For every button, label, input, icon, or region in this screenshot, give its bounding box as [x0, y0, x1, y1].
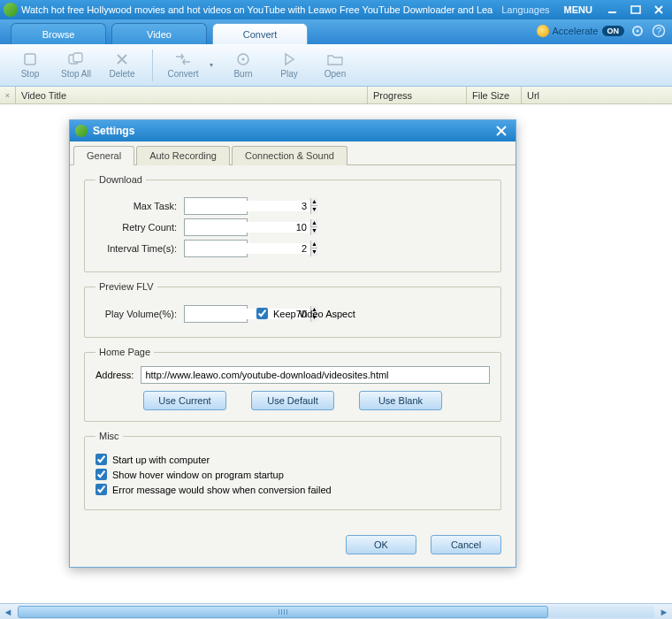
- app-icon: [4, 3, 18, 17]
- interval-label: Interval Time(s):: [95, 243, 177, 254]
- col-progress[interactable]: Progress: [368, 87, 467, 103]
- use-blank-button[interactable]: Use Blank: [359, 391, 442, 410]
- spin-down-icon[interactable]: ▼: [310, 227, 317, 235]
- content-area: Settings General Auto Recording Connecti…: [0, 104, 672, 603]
- scroll-thumb[interactable]: [18, 606, 548, 618]
- spin-up-icon[interactable]: ▲: [310, 241, 317, 248]
- burn-button[interactable]: Burn: [222, 46, 264, 85]
- dialog-footer: OK Cancel: [70, 528, 515, 567]
- col-url[interactable]: Url: [522, 87, 672, 103]
- volume-label: Play Volume(%):: [95, 309, 177, 319]
- max-task-spinner[interactable]: ▲▼: [184, 197, 248, 215]
- address-label: Address:: [95, 370, 134, 380]
- dialog-tabs: General Auto Recording Connection & Soun…: [70, 141, 515, 165]
- close-button[interactable]: [649, 3, 668, 17]
- startup-input[interactable]: [95, 454, 107, 465]
- spin-down-icon[interactable]: ▼: [310, 248, 317, 256]
- tab-browse[interactable]: Browse: [11, 23, 106, 44]
- scroll-right-icon[interactable]: ►: [656, 605, 672, 619]
- gear-icon[interactable]: [630, 23, 645, 39]
- col-star[interactable]: ×: [0, 87, 16, 103]
- download-group: Download Max Task: ▲▼ Retry Count: ▲▼ In…: [84, 174, 501, 272]
- stop-button[interactable]: Stop: [9, 46, 51, 85]
- tab-connection-sound[interactable]: Connection & Sound: [232, 146, 347, 165]
- settings-dialog: Settings General Auto Recording Connecti…: [69, 119, 516, 568]
- convert-dropdown[interactable]: ▾: [210, 61, 218, 69]
- titlebar: Watch hot free Hollywood movies and hot …: [0, 0, 672, 19]
- tab-general[interactable]: General: [73, 146, 134, 165]
- keep-aspect-input[interactable]: [256, 308, 268, 319]
- ok-button[interactable]: OK: [346, 535, 416, 554]
- retry-input[interactable]: [185, 222, 310, 233]
- hover-input[interactable]: [95, 469, 107, 480]
- column-headers: × Video Title Progress File Size Url: [0, 87, 672, 104]
- keep-aspect-checkbox[interactable]: Keep Video Aspect: [256, 308, 355, 319]
- error-input[interactable]: [95, 484, 107, 495]
- retry-label: Retry Count:: [95, 222, 177, 233]
- svg-rect-10: [73, 53, 82, 62]
- svg-rect-8: [25, 54, 35, 65]
- col-title[interactable]: Video Title: [16, 87, 368, 103]
- convert-button[interactable]: Convert: [158, 46, 208, 85]
- svg-text:?: ?: [656, 26, 661, 36]
- play-button[interactable]: Play: [268, 46, 310, 85]
- scroll-track[interactable]: [18, 606, 654, 618]
- maximize-button[interactable]: [626, 3, 645, 17]
- convert-icon: [174, 51, 192, 67]
- dialog-titlebar[interactable]: Settings: [70, 120, 515, 141]
- toolbar: Stop Stop All Delete Convert ▾ Burn Play…: [0, 44, 672, 87]
- burn-icon: [234, 51, 252, 67]
- misc-legend: Misc: [95, 431, 123, 441]
- use-current-button[interactable]: Use Current: [143, 391, 226, 410]
- accelerate-label: Accelerate: [553, 26, 599, 36]
- hover-checkbox[interactable]: Show hover window on program startup: [95, 469, 490, 480]
- minimize-button[interactable]: [603, 3, 622, 17]
- error-checkbox[interactable]: Error message would show when conversion…: [95, 484, 490, 495]
- volume-spinner[interactable]: ▲▼: [184, 305, 248, 323]
- startup-label: Start up with computer: [112, 455, 210, 465]
- homepage-legend: Home Page: [95, 347, 154, 357]
- tab-convert[interactable]: Convert: [212, 23, 308, 44]
- interval-spinner[interactable]: ▲▼: [184, 240, 248, 257]
- stop-all-button[interactable]: Stop All: [55, 46, 97, 85]
- delete-button[interactable]: Delete: [101, 46, 143, 85]
- spin-down-icon[interactable]: ▼: [310, 206, 317, 214]
- open-button[interactable]: Open: [314, 46, 356, 85]
- retry-spinner[interactable]: ▲▼: [184, 218, 248, 236]
- play-icon: [280, 51, 298, 67]
- max-task-input[interactable]: [185, 201, 310, 211]
- window-title: Watch hot free Hollywood movies and hot …: [21, 4, 494, 15]
- startup-checkbox[interactable]: Start up with computer: [95, 454, 490, 465]
- scroll-grip-icon: [279, 609, 287, 615]
- delete-icon: [113, 51, 131, 67]
- tab-video[interactable]: Video: [111, 23, 207, 44]
- horizontal-scrollbar[interactable]: ◄ ►: [0, 603, 672, 619]
- languages-link[interactable]: Languages: [501, 4, 549, 15]
- accelerate-toggle[interactable]: Accelerate ON: [537, 25, 624, 37]
- svg-point-14: [242, 58, 245, 61]
- stop-all-icon: [67, 51, 85, 67]
- address-input[interactable]: [141, 366, 490, 384]
- scroll-left-icon[interactable]: ◄: [0, 605, 16, 619]
- folder-icon: [326, 51, 344, 67]
- cancel-button[interactable]: Cancel: [431, 535, 501, 554]
- accelerate-state: ON: [602, 26, 625, 36]
- dialog-close-button[interactable]: [493, 123, 510, 139]
- menu-link[interactable]: MENU: [564, 4, 592, 15]
- misc-group: Misc Start up with computer Show hover w…: [84, 431, 501, 510]
- spin-up-icon[interactable]: ▲: [310, 219, 317, 227]
- hover-label: Show hover window on program startup: [112, 470, 284, 480]
- help-icon[interactable]: ?: [651, 23, 667, 39]
- use-default-button[interactable]: Use Default: [251, 391, 334, 410]
- spin-up-icon[interactable]: ▲: [310, 198, 317, 206]
- error-label: Error message would show when conversion…: [112, 485, 332, 495]
- preview-legend: Preview FLV: [95, 281, 157, 292]
- preview-group: Preview FLV Play Volume(%): ▲▼ Keep Vide…: [84, 281, 501, 338]
- col-size[interactable]: File Size: [467, 87, 522, 103]
- tab-auto-recording[interactable]: Auto Recording: [136, 146, 230, 165]
- download-legend: Download: [95, 174, 146, 185]
- svg-rect-0: [608, 11, 616, 13]
- toolbar-separator: [152, 50, 153, 81]
- interval-input[interactable]: [185, 243, 310, 254]
- dialog-title: Settings: [93, 125, 493, 137]
